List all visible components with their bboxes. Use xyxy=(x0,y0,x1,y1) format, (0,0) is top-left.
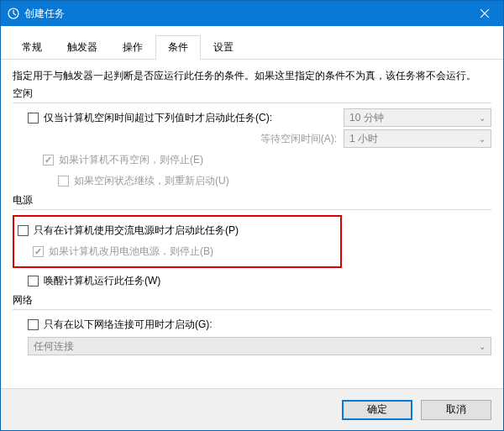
combo-network-connection-value: 任何连接 xyxy=(34,339,74,354)
label-start-on-ac: 只有在计算机使用交流电源时才启动此任务(P) xyxy=(34,223,239,238)
checkbox-restart-if-idle[interactable] xyxy=(58,176,69,187)
divider xyxy=(13,209,491,210)
divider xyxy=(13,102,491,103)
section-power-label: 电源 xyxy=(13,193,491,208)
tab-conditions[interactable]: 条件 xyxy=(155,35,201,60)
tab-actions[interactable]: 操作 xyxy=(110,35,155,60)
combo-wait-timeout[interactable]: 1 小时 ⌄ xyxy=(344,129,491,148)
tab-panel-conditions: 指定用于与触发器一起判断是否应运行此任务的条件。如果这里指定的条件不为真，该任务… xyxy=(1,60,503,396)
section-idle-label: 空闲 xyxy=(13,87,491,101)
close-icon xyxy=(480,7,489,20)
combo-wait-timeout-value: 1 小时 xyxy=(349,132,378,146)
combo-network-connection[interactable]: 任何连接 ⌄ xyxy=(28,337,491,355)
cancel-button-label: 取消 xyxy=(446,402,466,417)
checkbox-stop-on-battery[interactable] xyxy=(33,246,44,257)
label-stop-if-not-idle: 如果计算机不再空闲，则停止(E) xyxy=(59,153,203,167)
label-wake-to-run: 唤醒计算机运行此任务(W) xyxy=(44,274,160,288)
divider xyxy=(13,309,491,310)
ok-button[interactable]: 确定 xyxy=(342,400,412,420)
app-icon xyxy=(8,8,19,19)
checkbox-start-on-ac[interactable] xyxy=(18,225,29,236)
highlight-annotation: 只有在计算机使用交流电源时才启动此任务(P) 如果计算机改用电池电源，则停止(B… xyxy=(13,215,342,268)
label-wait-for-idle: 等待空闲时间(A): xyxy=(44,132,337,146)
section-network-label: 网络 xyxy=(13,293,491,307)
conditions-description: 指定用于与触发器一起判断是否应运行此任务的条件。如果这里指定的条件不为真，该任务… xyxy=(13,68,491,83)
checkbox-start-only-if-idle[interactable] xyxy=(28,113,39,124)
checkbox-start-if-connection[interactable] xyxy=(28,319,39,330)
tab-triggers[interactable]: 触发器 xyxy=(55,35,110,60)
chevron-down-icon: ⌄ xyxy=(479,134,486,144)
dialog-footer: 确定 取消 xyxy=(1,388,503,430)
combo-idle-duration[interactable]: 10 分钟 ⌄ xyxy=(344,108,491,127)
tab-strip: 常规 触发器 操作 条件 设置 xyxy=(1,26,503,60)
title-bar: 创建任务 xyxy=(1,1,503,26)
svg-line-2 xyxy=(13,13,16,15)
checkbox-wake-to-run[interactable] xyxy=(28,276,39,286)
ok-button-label: 确定 xyxy=(367,402,387,417)
combo-idle-duration-value: 10 分钟 xyxy=(349,111,384,125)
cancel-button[interactable]: 取消 xyxy=(421,400,491,420)
label-start-only-if-idle: 仅当计算机空闲时间超过下列值时才启动此任务(C): xyxy=(44,111,272,125)
chevron-down-icon: ⌄ xyxy=(479,342,486,351)
close-button[interactable] xyxy=(465,1,503,26)
window-title: 创建任务 xyxy=(24,7,65,21)
tab-settings[interactable]: 设置 xyxy=(201,35,246,60)
label-restart-if-idle: 如果空闲状态继续，则重新启动(U) xyxy=(74,174,229,188)
chevron-down-icon: ⌄ xyxy=(479,113,486,123)
tab-general[interactable]: 常规 xyxy=(9,35,55,60)
label-start-if-connection: 只有在以下网络连接可用时才启动(G): xyxy=(44,318,213,332)
label-stop-on-battery: 如果计算机改用电池电源，则停止(B) xyxy=(49,244,213,259)
checkbox-stop-if-not-idle[interactable] xyxy=(43,155,54,166)
